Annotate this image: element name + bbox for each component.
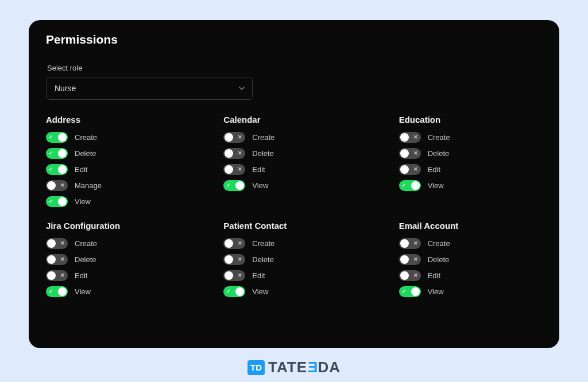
permission-toggle-calendar-edit[interactable]: ✕: [223, 164, 245, 175]
toggle-knob: [58, 149, 67, 158]
permission-row: ✕Manage: [46, 178, 207, 192]
permission-toggle-calendar-create[interactable]: ✕: [223, 132, 245, 143]
permission-row: ✓Edit: [46, 162, 207, 176]
permission-row: ✕Create: [46, 236, 207, 250]
permission-toggle-patient-contact-edit[interactable]: ✕: [223, 270, 245, 281]
toggle-knob: [235, 181, 244, 190]
permission-label: Create: [428, 239, 450, 248]
brand-logo-mark: TD: [247, 360, 265, 375]
permission-toggle-email-account-create[interactable]: ✕: [399, 238, 421, 249]
permission-toggle-patient-contact-view[interactable]: ✓: [223, 286, 245, 297]
permission-group-title: Address: [46, 115, 207, 124]
toggle-knob: [47, 271, 56, 280]
check-icon: ✓: [49, 167, 53, 172]
permission-group-title: Patient Contact: [223, 221, 374, 231]
cross-icon: ✕: [413, 273, 418, 278]
permission-toggle-calendar-view[interactable]: ✓: [223, 180, 245, 191]
cross-icon: ✕: [413, 151, 418, 156]
permission-toggle-calendar-delete[interactable]: ✕: [223, 148, 245, 159]
cross-icon: ✕: [238, 241, 242, 246]
permission-label: Edit: [428, 165, 440, 174]
permission-group-calendar: Calendar✕Create✕Delete✕Edit✓View: [213, 115, 374, 211]
check-icon: ✓: [49, 135, 53, 140]
permission-toggle-education-delete[interactable]: ✕: [399, 148, 421, 159]
permission-label: View: [428, 287, 444, 296]
permission-label: Create: [75, 133, 97, 142]
permission-toggle-address-manage[interactable]: ✕: [46, 180, 68, 191]
toggle-knob: [47, 181, 56, 190]
permission-row: ✓View: [223, 284, 374, 298]
permission-label: Delete: [428, 255, 450, 264]
toggle-knob: [47, 239, 56, 248]
cross-icon: ✕: [60, 273, 65, 278]
permission-label: View: [428, 181, 444, 190]
permission-row: ✕Delete: [399, 146, 542, 160]
permission-toggle-email-account-delete[interactable]: ✕: [399, 254, 421, 265]
toggle-knob: [400, 165, 409, 174]
permission-toggle-patient-contact-delete[interactable]: ✕: [223, 254, 245, 265]
permission-row: ✕Edit: [46, 268, 207, 282]
permission-toggle-education-view[interactable]: ✓: [399, 180, 421, 191]
cross-icon: ✕: [413, 135, 418, 140]
permission-toggle-jira-configuration-edit[interactable]: ✕: [46, 270, 68, 281]
permission-toggle-patient-contact-create[interactable]: ✕: [223, 238, 245, 249]
permission-toggle-address-edit[interactable]: ✓: [46, 164, 68, 175]
page-title: Permissions: [46, 33, 542, 46]
permission-row: ✕Create: [399, 130, 542, 144]
permission-row: ✕Edit: [223, 162, 374, 176]
permission-row: ✓View: [399, 284, 542, 298]
cross-icon: ✕: [60, 241, 65, 246]
check-icon: ✓: [226, 289, 231, 294]
toggle-knob: [58, 287, 67, 296]
permission-row: ✕Edit: [399, 268, 542, 282]
toggle-knob: [400, 239, 409, 248]
permission-toggle-address-create[interactable]: ✓: [46, 132, 68, 143]
permission-row: ✕Create: [399, 236, 542, 250]
permission-label: Delete: [252, 255, 274, 264]
permission-toggle-jira-configuration-delete[interactable]: ✕: [46, 254, 68, 265]
permission-group-title: Jira Configuration: [46, 221, 207, 231]
cross-icon: ✕: [238, 257, 242, 262]
toggle-knob: [400, 133, 409, 142]
permission-row: ✕Create: [223, 130, 374, 144]
permission-toggle-education-edit[interactable]: ✕: [399, 164, 421, 175]
role-select[interactable]: Nurse: [46, 77, 253, 100]
check-icon: ✓: [402, 289, 407, 294]
permission-row: ✓View: [399, 178, 542, 192]
toggle-knob: [400, 271, 409, 280]
toggle-knob: [47, 255, 56, 264]
permission-toggle-jira-configuration-create[interactable]: ✕: [46, 238, 68, 249]
check-icon: ✓: [49, 199, 53, 204]
toggle-knob: [58, 165, 67, 174]
permission-row: ✕Delete: [223, 146, 374, 160]
permission-toggle-email-account-view[interactable]: ✓: [399, 286, 421, 297]
permission-toggle-address-delete[interactable]: ✓: [46, 148, 68, 159]
permission-group-education: Education✕Create✕Delete✕Edit✓View: [381, 115, 542, 211]
toggle-knob: [58, 133, 67, 142]
permission-row: ✕Create: [223, 236, 374, 250]
permission-toggle-education-create[interactable]: ✕: [399, 132, 421, 143]
permission-group-address: Address✓Create✓Delete✓Edit✕Manage✓View: [46, 115, 207, 211]
cross-icon: ✕: [238, 273, 242, 278]
permission-row: ✕Delete: [46, 252, 207, 266]
permission-group-title: Calendar: [223, 115, 374, 124]
permission-toggle-jira-configuration-view[interactable]: ✓: [46, 286, 68, 297]
permission-toggle-address-view[interactable]: ✓: [46, 196, 68, 207]
permission-label: Edit: [252, 271, 265, 280]
toggle-knob: [400, 255, 409, 264]
check-icon: ✓: [49, 151, 53, 156]
permission-label: View: [252, 181, 268, 190]
permission-row: ✕Edit: [223, 268, 374, 282]
cross-icon: ✕: [60, 183, 65, 188]
role-select-label: Select role: [47, 64, 542, 72]
permission-label: Edit: [428, 271, 440, 280]
check-icon: ✓: [402, 183, 407, 188]
cross-icon: ✕: [238, 151, 242, 156]
toggle-knob: [235, 287, 244, 296]
role-select-value: Nurse: [55, 84, 76, 93]
permission-toggle-email-account-edit[interactable]: ✕: [399, 270, 421, 281]
permission-label: Create: [252, 239, 274, 248]
permission-row: ✕Delete: [223, 252, 374, 266]
permission-row: ✕Edit: [399, 162, 542, 176]
permission-label: Edit: [75, 165, 87, 174]
